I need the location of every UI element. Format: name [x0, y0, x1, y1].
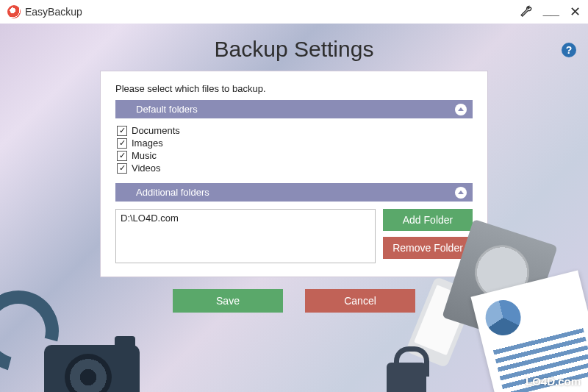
checkbox-music[interactable]: ✓	[117, 151, 127, 161]
minimize-icon[interactable]: __	[543, 5, 559, 13]
help-icon[interactable]: ?	[562, 43, 576, 57]
checkbox-images[interactable]: ✓	[117, 138, 127, 149]
checkbox-videos[interactable]: ✓	[117, 163, 127, 174]
cancel-button[interactable]: Cancel	[305, 289, 415, 313]
check-row-videos: ✓ Videos	[117, 162, 471, 174]
list-item[interactable]: D:\LO4D.com	[121, 213, 370, 224]
check-label: Images	[132, 138, 163, 149]
decor-lock	[387, 363, 426, 392]
check-row-documents: ✓ Documents	[117, 124, 471, 137]
chevron-up-icon	[455, 104, 467, 115]
watermark: LO4D.com	[526, 375, 581, 388]
dialog-actions: Save Cancel	[0, 277, 588, 313]
remove-folder-button[interactable]: Remove Folder	[383, 237, 473, 259]
save-button[interactable]: Save	[173, 289, 283, 313]
checkbox-documents[interactable]: ✓	[117, 126, 127, 136]
check-label: Music	[132, 150, 157, 161]
page-title: Backup Settings	[0, 37, 588, 62]
title-bar: EasyBackup __ ✕	[0, 0, 588, 24]
default-folders-title: Default folders	[136, 104, 198, 115]
additional-folders-title: Additional folders	[136, 187, 209, 198]
check-row-images: ✓ Images	[117, 137, 471, 149]
app-icon	[7, 5, 21, 18]
default-folders-list: ✓ Documents ✓ Images ✓ Music ✓ Videos	[115, 118, 473, 183]
app-title: EasyBackup	[25, 6, 515, 18]
window-controls: __ ✕	[520, 4, 581, 20]
default-folders-header[interactable]: Default folders	[115, 100, 473, 118]
decor-camera	[44, 345, 140, 392]
check-row-music: ✓ Music	[117, 149, 471, 162]
settings-card: Please select which files to backup. Def…	[100, 71, 488, 277]
check-label: Documents	[132, 125, 180, 136]
instruction-text: Please select which files to backup.	[115, 83, 473, 94]
additional-folders-header[interactable]: Additional folders	[115, 183, 473, 202]
check-label: Videos	[132, 163, 161, 174]
chevron-up-icon	[455, 187, 467, 199]
add-folder-button[interactable]: Add Folder	[383, 209, 473, 231]
close-icon[interactable]: ✕	[570, 4, 581, 20]
additional-folders-listbox[interactable]: D:\LO4D.com	[115, 209, 376, 263]
settings-wrench-icon[interactable]	[520, 5, 533, 18]
